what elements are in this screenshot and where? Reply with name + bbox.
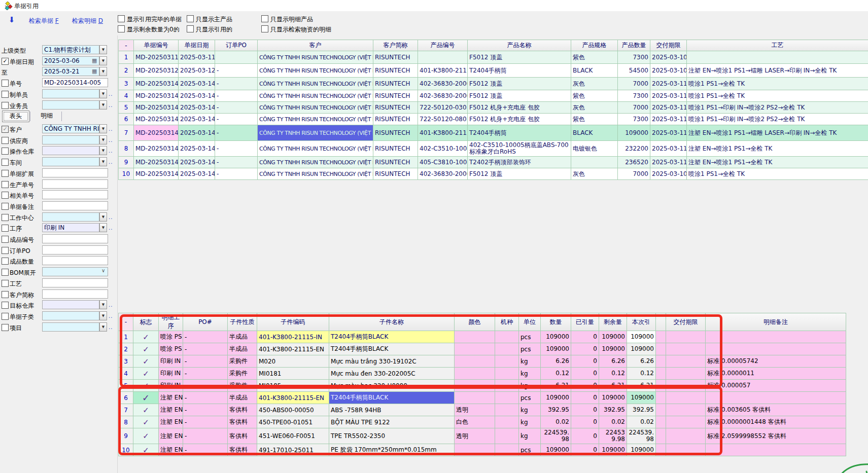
- cell-r7-c6[interactable]: 401-K3800-21115: [418, 125, 468, 141]
- cell-r5-c9[interactable]: 7000: [618, 102, 650, 114]
- combo-工作中心[interactable]: [42, 212, 99, 222]
- cell-r10-c13[interactable]: 109000: [627, 444, 656, 456]
- cell-r8-c6[interactable]: 402-C3510-10005: [418, 141, 468, 157]
- cell-r3-c6[interactable]: 402-36830-20005: [418, 78, 468, 90]
- cell-r6-c13[interactable]: 109000: [627, 392, 656, 404]
- cell-r10-c2[interactable]: 2025-03-14: [179, 168, 215, 180]
- checkbox-工序[interactable]: [2, 225, 9, 232]
- cell-r2-c0[interactable]: 2: [119, 343, 133, 355]
- cell-r4-c9[interactable]: 7300: [618, 90, 650, 102]
- cell-r5-c3[interactable]: -: [215, 102, 258, 114]
- cell-r6-c11[interactable]: 0: [571, 392, 599, 404]
- cell-r10-c11[interactable]: 喷涂1 PS1→全检 TK: [687, 168, 868, 180]
- cell-r10-c6[interactable]: PE 胶袋 170mm*250mm*0.015mm: [329, 444, 455, 456]
- checkbox-only-detail-product[interactable]: 只显示明细产品: [261, 15, 313, 24]
- cell-r9-c6[interactable]: 405-C3810-10005: [418, 157, 468, 168]
- cell-r4-c2[interactable]: 印刷 IN: [159, 368, 183, 380]
- cell-r4-c3[interactable]: -: [183, 368, 228, 380]
- cell-r8-c1[interactable]: ✓: [133, 416, 159, 428]
- tab-detail[interactable]: 明细: [33, 111, 60, 121]
- cell-r5-c11[interactable]: 喷涂1 PS1→印刷 IN→喷涂2 PS2→全检 TK: [687, 102, 868, 114]
- combo-工序[interactable]: 印刷 IN: [42, 223, 99, 232]
- column-header-10[interactable]: 数量: [541, 313, 571, 331]
- input-工艺[interactable]: [42, 278, 108, 287]
- input-客户简称[interactable]: [42, 289, 108, 299]
- cell-r4-c1[interactable]: ✓: [133, 368, 159, 380]
- checkbox-目标仓库[interactable]: [2, 302, 9, 309]
- combo-供应商[interactable]: [42, 135, 99, 144]
- cell-r5-c8[interactable]: 灰色: [571, 102, 618, 114]
- cell-r6-c11[interactable]: 喷涂1 PS1→印刷 IN→喷涂2 PS2→全检 TK: [687, 114, 868, 125]
- column-header-8[interactable]: 产品规格: [571, 40, 618, 51]
- cell-r9-c7[interactable]: T2402手柄顶部装饰环: [468, 157, 571, 168]
- cell-r10-c5[interactable]: 491-17010-25011: [257, 444, 329, 456]
- cell-r2-c1[interactable]: MD-20250312-001: [134, 64, 179, 78]
- combo-制单员[interactable]: [42, 89, 99, 98]
- cell-r8-c7[interactable]: 白色: [455, 416, 495, 428]
- cell-r4-c11[interactable]: 0: [571, 368, 599, 380]
- cell-r8-c9[interactable]: 232200: [618, 141, 650, 157]
- cell-r6-c6[interactable]: 722-50120-08011: [418, 114, 468, 125]
- cell-r6-c10[interactable]: 2025-03-11: [650, 114, 687, 125]
- cell-r2-c11[interactable]: 注塑 EN→喷涂1 PS1→镭雕 LASER→印刷 IN→全检 TK: [687, 64, 868, 78]
- checkbox-工艺[interactable]: [2, 280, 9, 287]
- cell-r1-c6[interactable]: T2404手柄筒BLACK: [329, 331, 455, 343]
- cell-r8-c6[interactable]: BỘT MÀU TPE 9122: [329, 416, 455, 428]
- cell-r8-c15[interactable]: [666, 416, 706, 428]
- cell-r6-c0[interactable]: 6: [119, 114, 134, 125]
- cell-r9-c2[interactable]: 2025-03-14: [179, 157, 215, 168]
- cell-r2-c10[interactable]: 109000: [541, 343, 571, 355]
- input-单据备注[interactable]: [42, 201, 108, 210]
- cell-r3-c3[interactable]: -: [183, 355, 228, 368]
- cell-r5-c10[interactable]: 2025-03-11: [650, 102, 687, 114]
- cell-r8-c3[interactable]: -: [183, 416, 228, 428]
- column-header-9[interactable]: 产品数量: [618, 40, 650, 51]
- input-单据扩展[interactable]: [42, 168, 108, 177]
- cell-r9-c11[interactable]: 注塑 EN→喷涂1 PS1→全检 TK: [687, 157, 868, 168]
- cell-r4-c6[interactable]: 402-36830-20003: [418, 90, 468, 102]
- cell-r7-c11[interactable]: 注塑 EN→喷涂1 PS1→镭雕 LASER→印刷 IN→全检 TK: [687, 125, 868, 141]
- checkbox-操作仓库[interactable]: [2, 148, 9, 155]
- cell-r10-c14[interactable]: [656, 444, 666, 456]
- cell-r8-c5[interactable]: 450-TPE00-01051: [257, 416, 329, 428]
- cell-r5-c8[interactable]: [495, 380, 519, 392]
- dropdown-arrow[interactable]: ▼: [99, 124, 107, 133]
- column-header-11[interactable]: 已引量: [571, 313, 599, 331]
- cell-r9-c9[interactable]: 236520: [618, 157, 650, 168]
- cell-r8-c11[interactable]: 注塑 EN→喷涂1 PS1→全检 TK: [687, 141, 868, 157]
- cell-r1-c9[interactable]: pcs: [519, 331, 541, 343]
- column-header-0[interactable]: -: [119, 313, 133, 331]
- cell-r10-c8[interactable]: [495, 444, 519, 456]
- cell-r10-c11[interactable]: 0: [571, 444, 599, 456]
- cell-r3-c7[interactable]: F5012 顶盖: [468, 78, 571, 90]
- column-header-4[interactable]: 子件性质: [228, 313, 257, 331]
- cell-r10-c7[interactable]: [455, 444, 495, 456]
- combo-业务员[interactable]: [42, 100, 99, 110]
- cell-r4-c0[interactable]: 4: [119, 368, 133, 380]
- cell-r2-c15[interactable]: [666, 343, 706, 355]
- checkbox-only-referenced[interactable]: 只显示引用的: [187, 25, 232, 34]
- cell-r9-c6[interactable]: TPE TR5502-2350: [329, 428, 455, 444]
- cell-r3-c1[interactable]: ✓: [133, 355, 159, 368]
- cell-r3-c9[interactable]: 7000: [618, 78, 650, 90]
- input-相关单号[interactable]: [42, 190, 108, 199]
- cell-r5-c2[interactable]: 印刷 IN: [159, 380, 183, 392]
- cell-r7-c6[interactable]: ABS -758R 94HB: [329, 404, 455, 416]
- cell-r1-c3[interactable]: [215, 51, 258, 64]
- cell-r1-c7[interactable]: [455, 331, 495, 343]
- cell-r1-c8[interactable]: [495, 331, 519, 343]
- ellipsis-button[interactable]: ..: [109, 102, 113, 108]
- cell-r1-c5[interactable]: 401-K3800-21115-IN: [257, 331, 329, 343]
- down-arrow-button[interactable]: ⬇: [7, 15, 16, 24]
- cell-r5-c10[interactable]: 6.21: [541, 380, 571, 392]
- cell-r6-c2[interactable]: 2025-03-14: [179, 114, 215, 125]
- cell-r2-c5[interactable]: 401-K3800-21115-EN: [257, 343, 329, 355]
- cell-r1-c9[interactable]: 7300: [618, 51, 650, 64]
- cell-r2-c1[interactable]: ✓: [133, 343, 159, 355]
- input-单号[interactable]: MD-20250314-005: [42, 78, 108, 87]
- cell-r10-c12[interactable]: 109000: [599, 444, 627, 456]
- cell-r3-c9[interactable]: kg: [519, 355, 541, 368]
- checkbox-单据日期[interactable]: [2, 58, 9, 65]
- checkbox-车间[interactable]: [2, 159, 9, 166]
- cell-r5-c3[interactable]: -: [183, 380, 228, 392]
